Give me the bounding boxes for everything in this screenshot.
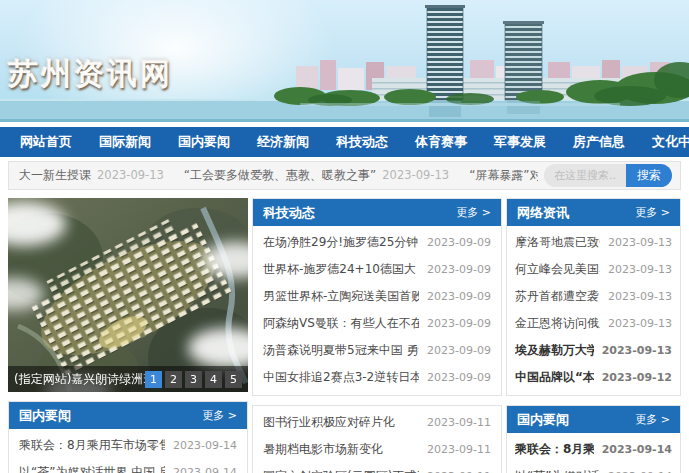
news-headline-link[interactable]: 中国女排追2赛点3-2逆转日本 xyxy=(263,369,419,386)
news-headline-link[interactable]: 阿森纳VS曼联：有些人在不在场 xyxy=(263,315,419,332)
news-date: 2023-09-14 xyxy=(173,439,237,452)
news-headline-link[interactable]: 国家文创实验区(云园区)正式开 xyxy=(263,468,419,473)
section-title: 国内要闻 xyxy=(517,411,569,429)
nav-item[interactable]: 文化中心 xyxy=(652,133,689,151)
news-date: 2023-09-14 xyxy=(602,443,672,456)
news-list: 乘联会：8月乘用车市场零售达1 2023-09-14 以“茶”为媒对话世界 中国… xyxy=(9,429,247,473)
slider-page-button[interactable]: 2 xyxy=(165,371,182,388)
search-button[interactable]: 搜索 xyxy=(626,164,672,187)
ticker-date: 2023-09-13 xyxy=(97,168,164,182)
ticker-headline-link[interactable]: “工会要多做爱教、惠教、暖教之事” xyxy=(184,167,376,184)
middle-column: 科技动态 更多 > 在场净胜29分!施罗德25分钟 2023-09-09 世界杯… xyxy=(252,198,502,473)
news-row: 图书行业积极应对碎片化 2023-09-11 xyxy=(263,409,491,436)
more-link[interactable]: 更多 > xyxy=(635,205,670,220)
news-date: 2023-09-14 xyxy=(173,466,237,473)
news-date: 2023-09-13 xyxy=(602,344,672,357)
featured-caption-text[interactable]: (指定网站)嘉兴朗诗绿洲璟院周 xyxy=(14,371,145,388)
news-row: 金正恩将访问俄罗斯 2023-09-13 xyxy=(515,310,672,337)
news-row: 国家文创实验区(云园区)正式开 2023-09-11 xyxy=(263,463,491,473)
news-date: 2023-09-09 xyxy=(427,290,491,303)
news-row: 何立峰会见美国奥尔布 2023-09-13 xyxy=(515,256,672,283)
news-headline-link[interactable]: 图书行业积极应对碎片化 xyxy=(263,414,419,431)
news-list: 在场净胜29分!施罗德25分钟 2023-09-09 世界杯-施罗德24+10德… xyxy=(253,226,501,395)
more-link[interactable]: 更多 > xyxy=(635,412,670,427)
section-title: 网络资讯 xyxy=(517,204,569,222)
news-row: 以“茶”为媒对话世界 中国 启 2023-09-14 xyxy=(19,459,237,473)
news-date: 2023-09-13 xyxy=(608,236,672,249)
nav-item[interactable]: 军事发展 xyxy=(494,133,546,151)
site-logo-title: 苏州资讯网 xyxy=(8,54,173,95)
header-banner: 苏州资讯网 xyxy=(0,0,689,122)
news-row: 乘联会：8月乘用车市 2023-09-14 xyxy=(515,436,672,463)
nav-item[interactable]: 网站首页 xyxy=(20,133,72,151)
ticker-item: 大一新生授课 2023-09-13 xyxy=(19,167,164,184)
news-date: 2023-09-09 xyxy=(427,344,491,357)
featured-aerial-photo[interactable] xyxy=(8,198,248,392)
featured-image-slider: (指定网站)嘉兴朗诗绿洲璟院周 1 2 3 4 5 xyxy=(8,198,248,392)
news-row: 埃及赫勒万大学 2023-09-13 xyxy=(515,337,672,364)
section-title: 科技动态 xyxy=(263,204,315,222)
headline-ticker-list: 大一新生授课 2023-09-13 “工会要多做爱教、惠教、暖教之事” 2023… xyxy=(19,167,538,184)
nav-item[interactable]: 国内要闻 xyxy=(178,133,230,151)
news-headline-link[interactable]: 男篮世界杯-立陶宛送美国首败 xyxy=(263,288,419,305)
slider-page-button[interactable]: 3 xyxy=(185,371,202,388)
left-column: (指定网站)嘉兴朗诗绿洲璟院周 1 2 3 4 5 xyxy=(8,198,248,473)
news-headline-link[interactable]: 何立峰会见美国奥尔布 xyxy=(515,261,600,278)
right-column: 网络资讯 更多 > 摩洛哥地震已致632 2023-09-13 何立峰会见美国奥… xyxy=(506,198,681,473)
section-domestic-news-right: 国内要闻 更多 > 乘联会：8月乘用车市 2023-09-14 以“茶”为媒对话… xyxy=(506,405,681,473)
nav-item[interactable]: 国际新闻 xyxy=(99,133,151,151)
news-row: 汤普森说明夏带5冠来中国 勇士 2023-09-09 xyxy=(263,337,491,364)
news-headline-link[interactable]: 以“茶”为媒对话世界 中国 启 xyxy=(19,464,165,473)
news-headline-link[interactable]: 以“茶”为媒对话世界 xyxy=(515,468,600,473)
more-link[interactable]: 更多 > xyxy=(456,205,491,220)
section-domestic-news-left: 国内要闻 更多 > 乘联会：8月乘用车市场零售达1 2023-09-14 以“茶… xyxy=(8,401,248,473)
news-date: 2023-09-09 xyxy=(427,371,491,384)
section-header: 网络资讯 更多 > xyxy=(507,199,680,226)
section-culture-list: 图书行业积极应对碎片化 2023-09-11 暑期档电影市场新变化 2023-0… xyxy=(252,405,502,473)
news-headline-link[interactable]: 乘联会：8月乘用车市 xyxy=(515,441,594,458)
news-date: 2023-09-12 xyxy=(602,371,672,384)
news-row: 苏丹首都遭空袭 40 2023-09-13 xyxy=(515,283,672,310)
news-date: 2023-09-11 xyxy=(427,443,491,456)
ticker-item: “屏幕暴露”对孩子的影响不容小觑 2023-09-13 xyxy=(469,167,538,184)
news-row: 阿森纳VS曼联：有些人在不在场 2023-09-09 xyxy=(263,310,491,337)
slider-page-button[interactable]: 5 xyxy=(225,371,242,388)
search-input[interactable] xyxy=(544,164,626,187)
slider-page-button[interactable]: 1 xyxy=(145,371,162,388)
ticker-headline-link[interactable]: 大一新生授课 xyxy=(19,167,91,184)
section-tech-news: 科技动态 更多 > 在场净胜29分!施罗德25分钟 2023-09-09 世界杯… xyxy=(252,198,502,396)
news-headline-link[interactable]: 埃及赫勒万大学 xyxy=(515,342,594,359)
slider-page-button[interactable]: 4 xyxy=(205,371,222,388)
news-headline-link[interactable]: 汤普森说明夏带5冠来中国 勇士 xyxy=(263,342,419,359)
news-headline-link[interactable]: 苏丹首都遭空袭 40 xyxy=(515,288,600,305)
news-headline-link[interactable]: 在场净胜29分!施罗德25分钟 xyxy=(263,234,419,251)
main-content: (指定网站)嘉兴朗诗绿洲璟院周 1 2 3 4 5 xyxy=(0,190,689,473)
news-headline-link[interactable]: 金正恩将访问俄罗斯 xyxy=(515,315,600,332)
news-row: 中国女排追2赛点3-2逆转日本 2023-09-09 xyxy=(263,364,491,391)
headline-ticker-bar: 大一新生授课 2023-09-13 “工会要多做爱教、惠教、暖教之事” 2023… xyxy=(8,161,681,190)
section-network-news: 网络资讯 更多 > 摩洛哥地震已致632 2023-09-13 何立峰会见美国奥… xyxy=(506,198,681,396)
nav-item[interactable]: 房产信息 xyxy=(573,133,625,151)
nav-item[interactable]: 经济新闻 xyxy=(257,133,309,151)
ticker-headline-link[interactable]: “屏幕暴露”对孩子的影响不容小觑 xyxy=(469,167,538,184)
news-date: 2023-09-11 xyxy=(427,416,491,429)
section-header: 科技动态 更多 > xyxy=(253,199,501,226)
news-headline-link[interactable]: 世界杯-施罗德24+10德国大 xyxy=(263,261,419,278)
news-row: 乘联会：8月乘用车市场零售达1 2023-09-14 xyxy=(19,432,237,459)
nav-item[interactable]: 科技动态 xyxy=(336,133,388,151)
ticker-item: “工会要多做爱教、惠教、暖教之事” 2023-09-13 xyxy=(184,167,449,184)
featured-caption-bar: (指定网站)嘉兴朗诗绿洲璟院周 1 2 3 4 5 xyxy=(8,366,248,392)
more-link[interactable]: 更多 > xyxy=(202,408,237,423)
news-row: 世界杯-施罗德24+10德国大 2023-09-09 xyxy=(263,256,491,283)
news-list: 乘联会：8月乘用车市 2023-09-14 以“茶”为媒对话世界 2023-09… xyxy=(507,433,680,473)
news-headline-link[interactable]: 乘联会：8月乘用车市场零售达1 xyxy=(19,437,165,454)
news-headline-link[interactable]: 暑期档电影市场新变化 xyxy=(263,441,419,458)
main-navigation: 网站首页 国际新闻 国内要闻 经济新闻 科技动态 体育赛事 军事发展 房产信息 … xyxy=(0,127,689,157)
news-headline-link[interactable]: 摩洛哥地震已致632 xyxy=(515,234,600,251)
ticker-date: 2023-09-13 xyxy=(382,168,449,182)
nav-item[interactable]: 体育赛事 xyxy=(415,133,467,151)
news-headline-link[interactable]: 中国品牌以“本土化” xyxy=(515,369,594,386)
news-row: 摩洛哥地震已致632 2023-09-13 xyxy=(515,229,672,256)
news-date: 2023-09-13 xyxy=(608,290,672,303)
slider-pagination: 1 2 3 4 5 xyxy=(145,371,242,388)
